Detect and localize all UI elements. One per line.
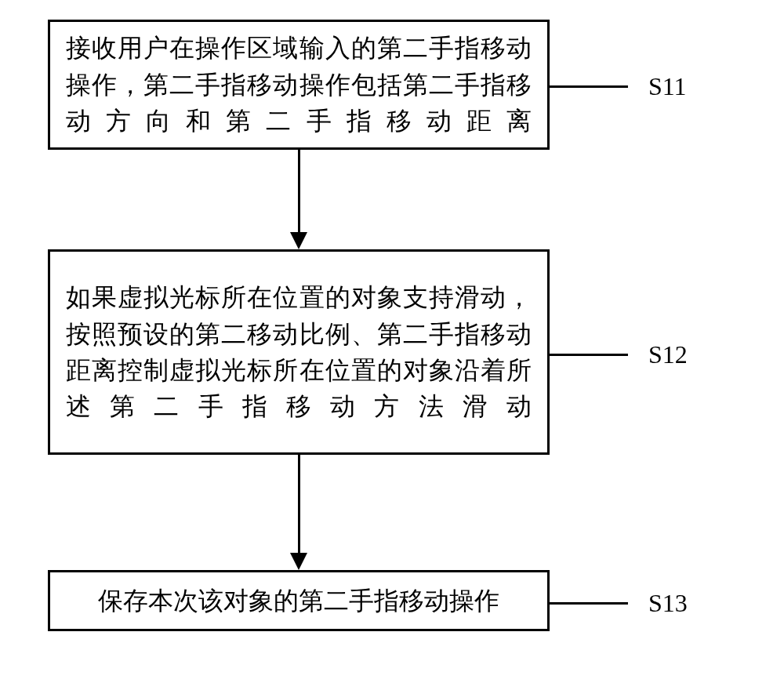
flow-node-text: 保存本次该对象的第二手指移动操作 [98,583,499,619]
arrow-s11-s12 [298,150,300,234]
leader-line [550,85,628,88]
flow-node-text: 接收用户在操作区域输入的第二手指移动操作，第二手指移动操作包括第二手指移动方向和… [66,30,532,139]
arrow-s12-s13 [298,455,300,555]
arrow-head [290,553,307,570]
step-label-s11: S11 [648,74,687,99]
flowchart-canvas: 接收用户在操作区域输入的第二手指移动操作，第二手指移动操作包括第二手指移动方向和… [0,0,784,690]
flow-node-text: 如果虚拟光标所在位置的对象支持滑动，按照预设的第二移动比例、第二手指移动距离控制… [66,279,532,425]
leader-line [550,602,628,605]
leader-line [550,354,628,356]
flow-node-s13: 保存本次该对象的第二手指移动操作 [48,570,550,631]
step-label-s12: S12 [648,342,688,367]
flow-node-s11: 接收用户在操作区域输入的第二手指移动操作，第二手指移动操作包括第二手指移动方向和… [48,20,550,150]
arrow-head [290,232,307,249]
flow-node-s12: 如果虚拟光标所在位置的对象支持滑动，按照预设的第二移动比例、第二手指移动距离控制… [48,249,550,455]
step-label-s13: S13 [648,590,688,616]
